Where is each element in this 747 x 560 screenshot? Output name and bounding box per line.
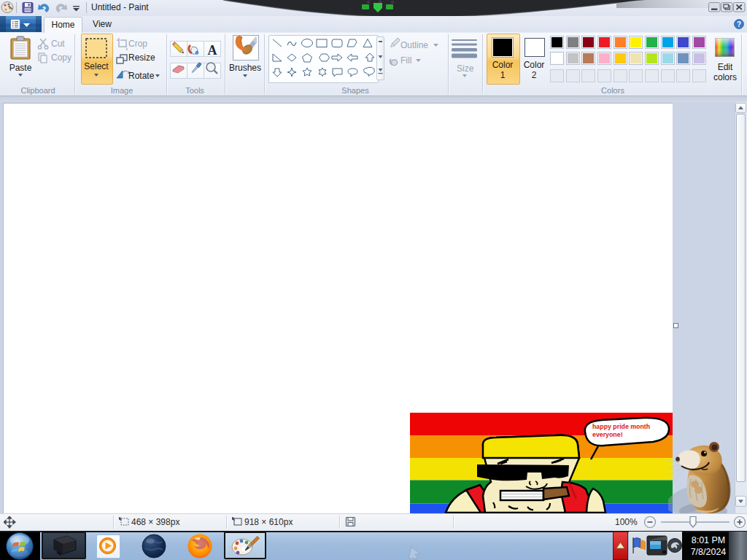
svg-text:A: A [208,43,217,58]
svg-text:happy pride month: happy pride month [592,423,650,430]
svg-text:everyone!: everyone! [592,431,623,438]
svg-text:?: ? [737,20,741,28]
